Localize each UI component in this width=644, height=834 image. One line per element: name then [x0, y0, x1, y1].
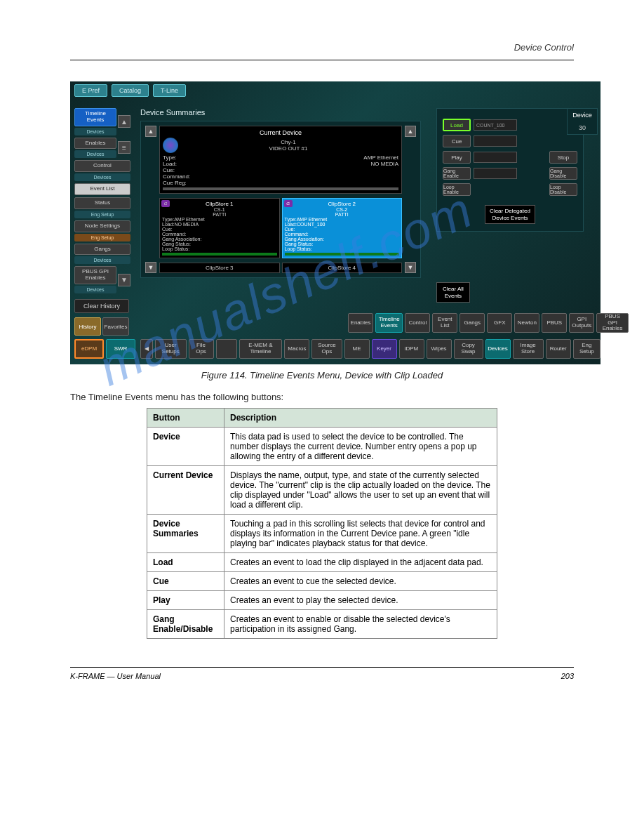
sidebar-item-event-list[interactable]: Event List	[74, 183, 130, 195]
footer-title: K-FRAME — User Manual	[70, 672, 161, 680]
cs1-type-v: AMP Ethernet	[174, 217, 204, 222]
load-value-field[interactable]: COUNT_100	[474, 119, 517, 131]
scroll-up-b-icon[interactable]: ▲	[405, 126, 416, 137]
td-device: This data pad is used to select the devi…	[224, 428, 497, 466]
clipstore-1-card[interactable]: G ClipStore 1 CS-1 PATTI Type:AMP Ethern…	[159, 198, 280, 258]
edpm-button[interactable]: eDPM	[74, 339, 104, 359]
gang-disable-button[interactable]: Gang Disable	[549, 167, 577, 180]
footer-page: 203	[561, 672, 574, 680]
loop-disable-button[interactable]: Loop Disable	[549, 183, 577, 196]
tab-gfx[interactable]: GFX	[487, 313, 512, 333]
scroll-down-b-icon[interactable]: ▼	[405, 262, 416, 273]
cs2-type-l: Type:	[285, 217, 297, 222]
curr-type-l: Type:	[163, 154, 177, 161]
td-play: Creates an event to play the selected de…	[224, 591, 497, 610]
clipstore-2-card[interactable]: G ClipStore 2 CS-2 PATTI Type:AMP Ethern…	[282, 198, 403, 258]
main-me[interactable]: ME	[344, 339, 370, 359]
gang-value-field[interactable]	[474, 168, 517, 179]
main-file-ops[interactable]: File Ops	[189, 339, 214, 359]
loop-enable-button[interactable]: Loop Enable	[443, 183, 471, 196]
device-datapad[interactable]: Device 30	[567, 108, 598, 135]
td-load: Creates an event to load the clip displa…	[224, 553, 497, 572]
play-button[interactable]: Play	[443, 151, 471, 164]
history-button[interactable]: History	[74, 317, 101, 336]
sidebar-equals-icon[interactable]: ≡	[118, 141, 130, 154]
scroll-down-icon[interactable]: ▼	[145, 262, 156, 273]
main-eng-setup[interactable]: Eng Setup	[573, 339, 601, 359]
sidebar-item-control[interactable]: Control	[74, 160, 130, 172]
tab-newton[interactable]: Newton	[514, 313, 539, 333]
main-wipes[interactable]: Wipes	[427, 339, 452, 359]
sidebar-sub-devices-1: Devices	[74, 150, 116, 158]
swirl-icon	[163, 138, 178, 153]
tab-gangs[interactable]: Gangs	[459, 313, 485, 333]
tab-enables[interactable]: Enables	[348, 313, 373, 333]
td-gang: Creates an event to enable or disable th…	[224, 610, 497, 639]
sidebar-item-node-settings[interactable]: Node Settings	[74, 220, 130, 232]
main-keyer[interactable]: Keyer	[372, 339, 397, 359]
curr-type-v: AMP Ethernet	[363, 154, 398, 161]
cs2-load-l: Load:	[285, 222, 297, 227]
cs2-gs: Gang Status:	[285, 241, 400, 246]
current-device-out: VIDEO OUT #1	[178, 145, 398, 152]
stop-button[interactable]: Stop	[549, 151, 577, 164]
tab-catalog[interactable]: Catalog	[112, 84, 149, 97]
cs1-status-bar	[162, 253, 277, 256]
cdd2: Device Events	[492, 215, 528, 221]
current-device-card[interactable]: Current Device Chy-1 VIDEO OUT #1 Type:A…	[159, 126, 402, 194]
tab-control[interactable]: Control	[405, 313, 430, 333]
load-button[interactable]: Load	[443, 119, 471, 131]
tab-pbus[interactable]: PBUS	[542, 313, 567, 333]
tab-event-list[interactable]: Event List	[432, 313, 457, 333]
tab-pbus-gpi-enables[interactable]: PBUS GPI Enables	[596, 313, 629, 333]
device-summaries-title: Device Summaries	[140, 108, 421, 117]
tb-device: Device	[147, 428, 224, 466]
current-device-name: Chy-1	[178, 139, 398, 145]
scroll-up-icon[interactable]: ▲	[145, 126, 156, 137]
clear-history-button[interactable]: Clear History	[74, 299, 129, 313]
main-source-ops[interactable]: Source Ops	[311, 339, 342, 359]
tab-timeline-events[interactable]: Timeline Events	[375, 313, 403, 333]
main-emem[interactable]: E-MEM & Timeline	[239, 339, 283, 359]
main-blank[interactable]	[216, 339, 237, 359]
sidebar-item-pbus-gpi[interactable]: PBUS GPI Enables	[74, 266, 116, 284]
sidebar-sub-devices-7: Devices	[74, 286, 116, 293]
sidebar-item-timeline-events[interactable]: Timeline Events	[74, 108, 116, 126]
tab-epref[interactable]: E Pref	[74, 84, 107, 97]
sidebar-sub-eng-4: Eng Setup	[74, 211, 130, 218]
tab-tline[interactable]: T-Line	[153, 84, 186, 97]
cs1-load-l: Load:	[162, 222, 175, 227]
cs1-load-v: NO MEDIA	[175, 222, 199, 227]
main-router[interactable]: Router	[546, 339, 571, 359]
cs1-type-l: Type:	[162, 217, 174, 222]
sidebar-up-icon[interactable]: ▲	[118, 115, 130, 128]
gang-enable-button[interactable]: Gang Enable	[443, 167, 471, 180]
sidebar-down-icon[interactable]: ▼	[118, 274, 130, 286]
sidebar-item-gangs[interactable]: Gangs	[74, 244, 130, 256]
sidebar-item-enables[interactable]: Enables	[74, 138, 116, 150]
sidebar-item-status[interactable]: Status	[74, 197, 130, 209]
main-devices[interactable]: Devices	[485, 339, 511, 359]
cue-button[interactable]: Cue	[443, 135, 471, 147]
swr-button[interactable]: SWR	[106, 339, 135, 359]
cs1-gs: Gang Status:	[162, 241, 277, 246]
main-idpm[interactable]: iDPM	[399, 339, 424, 359]
curr-load-l: Load:	[163, 161, 177, 167]
main-macros[interactable]: Macros	[284, 339, 309, 359]
tb-cue: Cue	[147, 572, 224, 591]
curr-cmd: Command:	[163, 173, 398, 180]
intro-para: The Timeline Events menu has the followi…	[70, 392, 574, 402]
clear-all-events-button[interactable]: Clear All Events	[436, 282, 470, 303]
tab-gpi-outputs[interactable]: GPI Outputs	[569, 313, 594, 333]
clear-delegated-button[interactable]: Clear Delegated Device Events	[485, 205, 535, 224]
main-image-store[interactable]: Image Store	[513, 339, 544, 359]
main-user-setups[interactable]: User Setups	[155, 339, 187, 359]
sidebar: Timeline Events Devices ▲ Enables Device…	[74, 108, 130, 293]
clipstore-3-card[interactable]: ClipStore 3	[159, 263, 280, 273]
main-left-arrow-icon[interactable]: ◀	[140, 339, 153, 359]
favorites-button[interactable]: Favorites	[102, 317, 129, 336]
play-value-field[interactable]	[474, 152, 517, 163]
cue-value-field[interactable]	[474, 135, 517, 147]
clipstore-4-card[interactable]: ClipStore 4	[282, 263, 403, 273]
main-copy-swap[interactable]: Copy Swap	[454, 339, 483, 359]
